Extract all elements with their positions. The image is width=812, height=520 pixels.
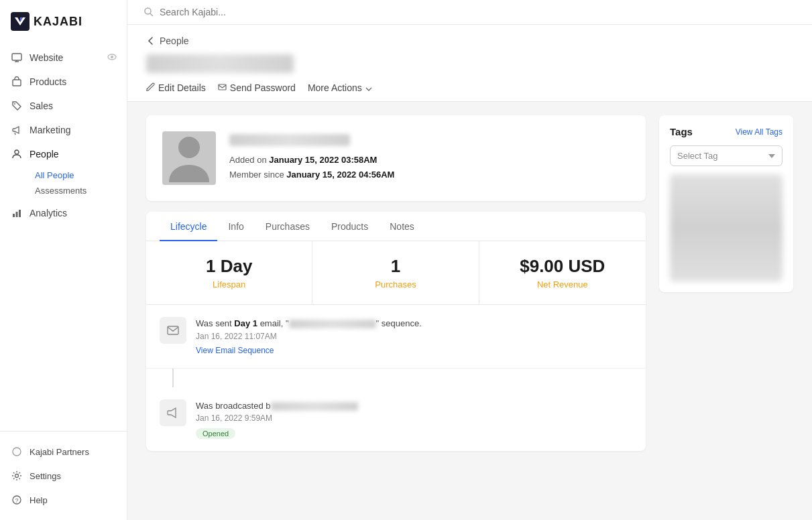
logo: KAJABI (0, 0, 127, 40)
profile-info: Added on January 15, 2022 03:58AM Member… (229, 134, 630, 182)
gear-icon (11, 470, 23, 482)
breadcrumb[interactable]: People (146, 36, 793, 46)
sidebar-item-kajabi-partners[interactable]: Kajabi Partners (0, 440, 127, 464)
tags-header: Tags View All Tags (670, 126, 782, 137)
stat-purchases: 1 Purchases (312, 241, 479, 304)
edit-details-button[interactable]: Edit Details (146, 82, 206, 93)
timeline-email-content: Was sent Day 1 email, "" sequence. Jan 1… (196, 317, 632, 356)
sidebar-bottom: Kajabi Partners Settings ? Help (0, 431, 127, 520)
sidebar-item-marketing-label: Marketing (30, 125, 70, 135)
kajabi-logo-icon (11, 12, 30, 31)
chevron-down-icon (365, 82, 372, 93)
tab-notes[interactable]: Notes (379, 212, 425, 241)
partners-icon (11, 446, 23, 458)
timeline-broadcast-text: Was broadcasted b (196, 399, 632, 413)
select-tag-dropdown[interactable]: Select Tag (670, 145, 782, 166)
email-timeline-icon (160, 317, 186, 344)
chart-icon (11, 207, 23, 219)
question-icon: ? (11, 494, 23, 506)
profile-name-blurred (229, 134, 350, 146)
send-password-button[interactable]: Send Password (218, 82, 296, 93)
timeline-item-broadcast: Was broadcasted b Jan 16, 2022 9:59AM Op… (146, 387, 646, 452)
view-email-sequence-link[interactable]: View Email Sequence (196, 346, 274, 355)
sidebar-item-assessments[interactable]: Assessments (30, 183, 127, 198)
svg-point-18 (145, 8, 151, 14)
svg-rect-12 (16, 212, 18, 217)
svg-text:?: ? (15, 497, 19, 504)
sidebar-item-marketing[interactable]: Marketing (0, 118, 127, 142)
sidebar-item-sales[interactable]: Sales (0, 94, 127, 118)
sidebar-item-analytics[interactable]: Analytics (0, 201, 127, 225)
pencil-icon (146, 82, 155, 93)
monitor-icon (11, 52, 23, 64)
sidebar-item-website[interactable]: Website (0, 46, 127, 70)
timeline-broadcast-content: Was broadcasted b Jan 16, 2022 9:59AM Op… (196, 399, 632, 440)
svg-point-10 (15, 150, 19, 154)
avatar-silhouette-icon (169, 134, 209, 182)
two-column-layout: Added on January 15, 2022 03:58AM Member… (127, 102, 812, 464)
sidebar-nav: Website Products Sales Marketing (0, 40, 127, 431)
svg-point-15 (15, 474, 19, 478)
tab-purchases[interactable]: Purchases (255, 212, 321, 241)
sidebar-item-settings-label: Settings (30, 471, 61, 481)
opened-badge: Opened (196, 428, 235, 439)
sidebar-item-help[interactable]: ? Help (0, 488, 127, 512)
more-actions-button[interactable]: More Actions (308, 82, 372, 93)
back-arrow-icon (146, 36, 156, 46)
timeline-divider (172, 369, 174, 387)
svg-point-21 (178, 137, 200, 158)
tags-blurred-content (670, 174, 782, 281)
svg-rect-8 (13, 80, 21, 86)
logo-text: KAJABI (34, 15, 82, 29)
profile-card: Added on January 15, 2022 03:58AM Member… (146, 115, 646, 201)
stat-revenue: $9.00 USD Net Revenue (479, 241, 646, 304)
svg-rect-13 (19, 210, 21, 217)
svg-line-19 (150, 13, 153, 16)
sidebar-item-sales-label: Sales (30, 101, 53, 111)
sidebar-item-all-people[interactable]: All People (30, 168, 127, 183)
sidebar-item-website-label: Website (30, 52, 63, 63)
view-all-tags-link[interactable]: View All Tags (736, 127, 782, 137)
stat-lifespan: 1 Day Lifespan (146, 241, 312, 304)
svg-rect-3 (12, 54, 21, 60)
sidebar-item-kajabi-partners-label: Kajabi Partners (30, 447, 89, 457)
profile-meta: Added on January 15, 2022 03:58AM Member… (229, 153, 630, 182)
sidebar-item-analytics-label: Analytics (30, 208, 67, 218)
sidebar-item-help-label: Help (30, 495, 48, 505)
side-column: Tags View All Tags Select Tag (659, 115, 793, 451)
timeline-email-text: Was sent Day 1 email, "" sequence. (196, 317, 632, 330)
sidebar-item-people-label: People (30, 149, 59, 159)
sidebar: KAJABI Website Products Sales (0, 0, 127, 520)
broadcast-timeline-icon (160, 399, 186, 426)
person-name-blurred (146, 54, 294, 73)
bullhorn-icon (11, 124, 23, 136)
tag-icon (11, 100, 23, 112)
svg-point-7 (111, 56, 113, 58)
tabs-header: Lifecycle Info Purchases Products Notes (146, 212, 646, 241)
tab-lifecycle[interactable]: Lifecycle (160, 212, 217, 241)
sidebar-item-products[interactable]: Products (0, 70, 127, 94)
sidebar-item-settings[interactable]: Settings (0, 464, 127, 488)
timeline: Was sent Day 1 email, "" sequence. Jan 1… (146, 305, 646, 451)
tab-products[interactable]: Products (321, 212, 379, 241)
main-column: Added on January 15, 2022 03:58AM Member… (146, 115, 646, 451)
tags-card: Tags View All Tags Select Tag (659, 115, 793, 292)
eye-icon (107, 52, 117, 64)
svg-rect-20 (219, 84, 226, 90)
people-subnav: All People Assessments (0, 166, 127, 201)
avatar (162, 131, 216, 185)
search-input[interactable] (160, 7, 361, 17)
sidebar-item-people[interactable]: People (0, 142, 127, 166)
lifecycle-tabs-card: Lifecycle Info Purchases Products Notes … (146, 212, 646, 451)
action-bar: Edit Details Send Password More Actions (146, 82, 793, 101)
main-area: People Edit Details Send Password (127, 0, 812, 520)
sidebar-item-products-label: Products (30, 76, 66, 87)
svg-rect-11 (13, 214, 15, 217)
svg-point-9 (14, 103, 15, 105)
box-icon (11, 76, 23, 88)
topbar (127, 0, 812, 25)
tab-info[interactable]: Info (217, 212, 254, 241)
user-icon (11, 148, 23, 160)
stats-row: 1 Day Lifespan 1 Purchases $9.00 USD Net… (146, 241, 646, 305)
svg-point-14 (13, 448, 21, 456)
